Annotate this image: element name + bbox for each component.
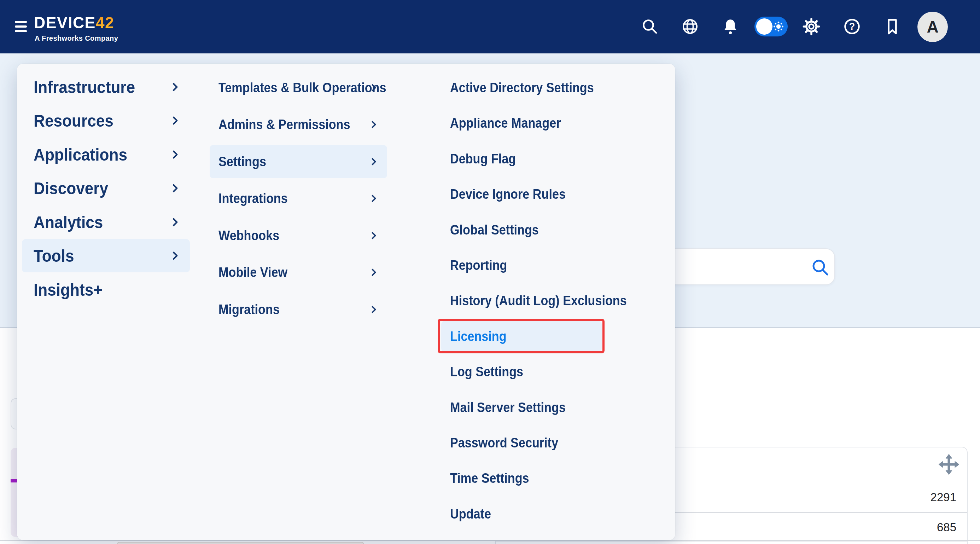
bell-icon[interactable] — [722, 18, 739, 35]
chevron-right-icon — [169, 250, 181, 262]
menu-item-webhooks[interactable]: Webhooks — [210, 219, 387, 252]
menu-item-device-ignore-rules[interactable]: Device Ignore Rules — [441, 179, 602, 210]
chevron-right-icon — [369, 193, 379, 203]
menu-item-applications[interactable]: Applications — [22, 138, 190, 171]
page-divider — [0, 540, 980, 541]
menu-item-password-security[interactable]: Password Security — [441, 427, 602, 458]
chevron-right-icon — [369, 267, 379, 277]
theme-toggle[interactable] — [754, 17, 788, 37]
menu-item-appliance-manager[interactable]: Appliance Manager — [441, 107, 602, 139]
menu-item-settings[interactable]: Settings — [210, 145, 387, 178]
screen: 2291 685 DEVICE42 A Freshworks Company — [0, 0, 980, 544]
menu-item-templates-bulk-operations[interactable]: Templates & Bulk Operations — [210, 71, 387, 104]
mega-menu-panel: Infrastructure Resources Applications Di… — [17, 64, 675, 540]
menu-item-tools[interactable]: Tools — [22, 239, 190, 272]
table-cell-value: 2291 — [850, 490, 956, 504]
help-icon[interactable]: ? — [843, 18, 861, 35]
svg-text:?: ? — [849, 21, 855, 32]
menu-item-log-settings[interactable]: Log Settings — [441, 356, 602, 387]
chevron-right-icon — [169, 115, 181, 126]
logo-subtitle: A Freshworks Company — [35, 34, 118, 42]
menu-item-history-audit-log-exclusions[interactable]: History (Audit Log) Exclusions — [441, 285, 602, 316]
avatar-letter: A — [927, 18, 938, 37]
hamburger-menu-icon[interactable] — [15, 21, 27, 32]
menu-item-integrations[interactable]: Integrations — [210, 182, 387, 215]
chevron-right-icon — [369, 120, 379, 129]
menu-item-discovery[interactable]: Discovery — [22, 172, 190, 205]
table-cell-value: 685 — [850, 520, 956, 534]
menu-item-admins-permissions[interactable]: Admins & Permissions — [210, 108, 387, 141]
menu-item-mail-server-settings[interactable]: Mail Server Settings — [441, 392, 602, 423]
gear-icon[interactable] — [802, 18, 821, 36]
menu-item-resources[interactable]: Resources — [22, 104, 190, 137]
menu-item-active-directory-settings[interactable]: Active Directory Settings — [441, 72, 602, 103]
chevron-right-icon — [369, 157, 379, 167]
menu-item-global-settings[interactable]: Global Settings — [441, 214, 602, 246]
app-logo[interactable]: DEVICE42 — [34, 13, 114, 32]
menu-item-mobile-view[interactable]: Mobile View — [210, 256, 387, 289]
sun-icon — [773, 22, 783, 32]
menu-item-migrations[interactable]: Migrations — [210, 293, 387, 326]
menu-item-analytics[interactable]: Analytics — [22, 206, 190, 239]
background-card-top-edge — [117, 542, 364, 544]
menu-item-insights-plus[interactable]: Insights+ — [22, 273, 190, 306]
chevron-right-icon — [169, 217, 181, 228]
move-drag-icon[interactable] — [938, 453, 960, 475]
table-row-divider — [496, 541, 967, 542]
menu-item-licensing[interactable]: Licensing — [441, 321, 602, 352]
chevron-right-icon — [369, 231, 379, 241]
menu-item-infrastructure[interactable]: Infrastructure — [22, 70, 190, 104]
top-navbar: DEVICE42 A Freshworks Company — [0, 0, 980, 53]
menu-item-time-settings[interactable]: Time Settings — [441, 463, 602, 494]
chevron-right-icon — [169, 182, 181, 194]
menu-item-reporting[interactable]: Reporting — [441, 250, 602, 281]
menu-item-update[interactable]: Update — [441, 498, 602, 530]
search-icon[interactable] — [641, 18, 658, 35]
chevron-right-icon — [169, 81, 181, 93]
search-icon[interactable] — [811, 258, 829, 277]
avatar[interactable]: A — [918, 12, 948, 42]
globe-icon[interactable] — [681, 18, 699, 36]
bookmark-icon[interactable] — [883, 18, 901, 35]
chevron-right-icon — [169, 149, 181, 160]
chevron-right-icon — [369, 83, 379, 93]
menu-item-debug-flag[interactable]: Debug Flag — [441, 143, 602, 174]
toggle-knob — [756, 18, 773, 35]
chevron-right-icon — [369, 305, 379, 314]
